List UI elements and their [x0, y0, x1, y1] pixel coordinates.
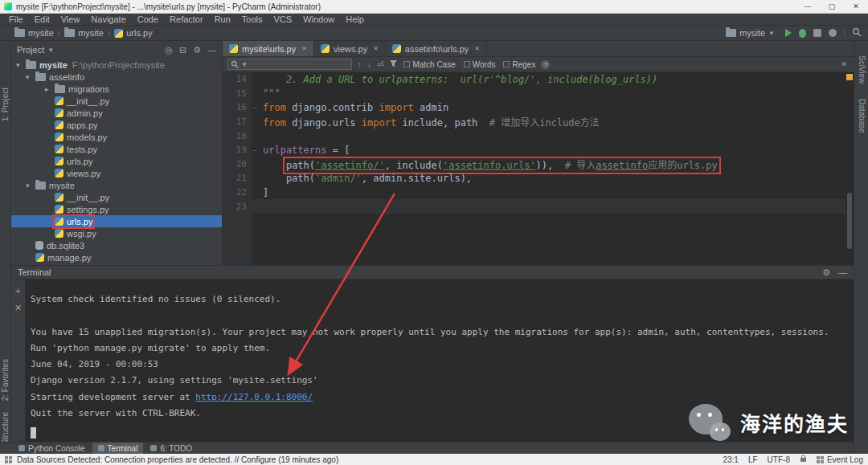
tab-views-py[interactable]: views.py✕: [314, 41, 386, 56]
tree-right-arrow-icon[interactable]: ▸: [45, 85, 55, 93]
hide-panel-icon[interactable]: —: [838, 267, 847, 278]
filter-funnel-icon[interactable]: [389, 59, 398, 69]
hide-panel-icon[interactable]: —: [207, 45, 216, 55]
menu-navigate[interactable]: Navigate: [85, 14, 131, 24]
code-line-22[interactable]: 22]: [223, 186, 845, 200]
breadcrumb-item-mysite[interactable]: mysite: [64, 28, 104, 38]
menu-file[interactable]: File: [3, 14, 29, 24]
find-input[interactable]: [250, 60, 349, 69]
tool-stripe-sciview[interactable]: SciView: [858, 55, 866, 84]
tool-stripe-database[interactable]: Database: [858, 99, 866, 133]
status-message[interactable]: Data Sources Detected: Connection proper…: [17, 455, 338, 464]
tree-item-manage-py[interactable]: manage.py: [11, 251, 222, 263]
event-log-widget[interactable]: Event Log: [817, 455, 863, 464]
find-enter-icon[interactable]: ⏎: [377, 60, 383, 69]
find-previous-icon[interactable]: ↑: [358, 60, 362, 69]
new-session-icon[interactable]: +: [15, 286, 20, 296]
find-next-icon[interactable]: ↓: [367, 60, 371, 69]
run-configuration-selector[interactable]: mysite ▼: [723, 27, 778, 39]
tool-stripe-favorites[interactable]: 2: Favorites: [1, 359, 10, 401]
server-url-link[interactable]: http://127.0.0.1:8000/: [195, 392, 313, 402]
tree-item-apps-py[interactable]: apps.py: [11, 119, 222, 131]
close-icon[interactable]: ✕: [841, 60, 847, 68]
tree-item-mysite[interactable]: ▾mysiteF:\pythonProject\mysite: [11, 59, 222, 71]
minimize-button[interactable]: —: [796, 0, 820, 13]
code-line-14[interactable]: 14 2. Add a URL to urlpatterns: url(r'^b…: [223, 72, 845, 87]
terminal-title[interactable]: Terminal: [18, 267, 51, 277]
collapse-all-icon[interactable]: ⊟: [179, 45, 186, 55]
code-line-15[interactable]: 15""": [223, 87, 845, 101]
code-line-17[interactable]: 17from django.urls import include, path …: [223, 115, 845, 129]
breadcrumb-item-mysite[interactable]: mysite: [14, 28, 54, 38]
search-everywhere-icon[interactable]: [852, 27, 862, 39]
code-line-19[interactable]: 19−urlpatterns = [: [223, 143, 845, 157]
tree-item-init-py[interactable]: __init__.py: [11, 95, 222, 107]
tab-assetinfo-urls-py[interactable]: assetinfo\urls.py✕: [386, 41, 487, 56]
tree-item-settings-py[interactable]: settings.py: [11, 203, 222, 215]
menu-tools[interactable]: Tools: [236, 14, 268, 24]
debug-button[interactable]: [799, 29, 806, 38]
code-line-20[interactable]: 20 path('assetinfo/', include('assetinfo…: [223, 157, 845, 172]
editor-scrollbar[interactable]: [845, 72, 854, 265]
tab-mysite-urls-py[interactable]: mysite\urls.py✕: [223, 41, 314, 56]
tree-item-admin-py[interactable]: admin.py: [11, 107, 222, 119]
tree-down-arrow-icon[interactable]: ▾: [26, 73, 35, 81]
settings-gear-icon[interactable]: ⚙: [193, 45, 201, 55]
tool-stripe-project[interactable]: 1: Project: [1, 88, 10, 121]
tree-item-models-py[interactable]: models.py: [11, 131, 222, 143]
menu-help[interactable]: Help: [340, 14, 370, 24]
tool-window-switcher-icon[interactable]: [5, 456, 12, 463]
tree-item-tests-py[interactable]: tests.py: [11, 143, 222, 155]
fold-icon[interactable]: −: [247, 104, 263, 112]
tool-tab-terminal[interactable]: Terminal: [92, 443, 144, 454]
code-line-21[interactable]: 21 path('admin/', admin.site.urls),: [223, 171, 845, 186]
tree-item-db-sqlite3[interactable]: db.sqlite3: [11, 239, 222, 251]
scrollbar-thumb[interactable]: [847, 193, 852, 249]
menu-view[interactable]: View: [55, 14, 86, 24]
tool-tab-python-console[interactable]: Python Console: [13, 443, 91, 454]
close-session-icon[interactable]: ✕: [14, 303, 22, 313]
tree-item-wsgi-py[interactable]: wsgi.py: [11, 227, 222, 239]
chevron-down-icon[interactable]: ▼: [47, 47, 54, 54]
lock-icon[interactable]: [800, 455, 807, 464]
breadcrumb-item-urls-py[interactable]: urls.py: [114, 28, 152, 38]
tree-item-urls-py[interactable]: urls.py: [11, 215, 222, 227]
encoding-widget[interactable]: UTF-8: [768, 455, 790, 464]
close-icon[interactable]: ✕: [373, 45, 379, 52]
tree-item-assetinfo[interactable]: ▾assetinfo: [11, 71, 222, 83]
find-option-words[interactable]: Words: [464, 60, 496, 69]
code-line-18[interactable]: 18: [223, 128, 845, 143]
tree-down-arrow-icon[interactable]: ▾: [16, 61, 26, 69]
tree-down-arrow-icon[interactable]: ▾: [26, 182, 35, 190]
run-button[interactable]: [785, 29, 792, 37]
tool-tab-6-todo[interactable]: 6: TODO: [145, 443, 198, 454]
error-stripe-marker[interactable]: [846, 74, 853, 80]
tree-item-migrations[interactable]: ▸migrations: [11, 83, 222, 95]
tree-item-init-py[interactable]: __init__.py: [11, 191, 222, 203]
find-option-match-case[interactable]: Match Case: [403, 60, 455, 69]
line-separator-widget[interactable]: LF: [748, 455, 758, 464]
close-icon[interactable]: ✕: [301, 45, 307, 52]
locate-file-icon[interactable]: ◎: [165, 45, 173, 55]
find-help-icon[interactable]: ?: [541, 60, 550, 69]
menu-run[interactable]: Run: [209, 14, 236, 24]
find-option-regex[interactable]: Regex: [503, 60, 535, 69]
settings-gear-icon[interactable]: ⚙: [822, 267, 830, 278]
menu-code[interactable]: Code: [132, 14, 164, 24]
tree-item-views-py[interactable]: views.py: [11, 167, 222, 179]
tree-item-urls-py[interactable]: urls.py: [11, 155, 222, 167]
menu-edit[interactable]: Edit: [29, 14, 55, 24]
project-panel-title[interactable]: Project: [17, 45, 44, 55]
coverage-button[interactable]: [813, 29, 821, 37]
code-line-23[interactable]: 23: [223, 199, 845, 214]
code-area[interactable]: 14 2. Add a URL to urlpatterns: url(r'^b…: [223, 72, 845, 265]
fold-icon[interactable]: −: [247, 146, 263, 154]
close-button[interactable]: ✕: [844, 0, 868, 13]
menu-vcs[interactable]: VCS: [268, 14, 298, 24]
menu-refactor[interactable]: Refactor: [164, 14, 209, 24]
maximize-button[interactable]: ▢: [820, 0, 844, 13]
search-history-icon[interactable]: ▼: [241, 61, 248, 68]
menu-window[interactable]: Window: [297, 14, 340, 24]
profiler-button[interactable]: [829, 29, 837, 37]
close-icon[interactable]: ✕: [474, 45, 480, 52]
